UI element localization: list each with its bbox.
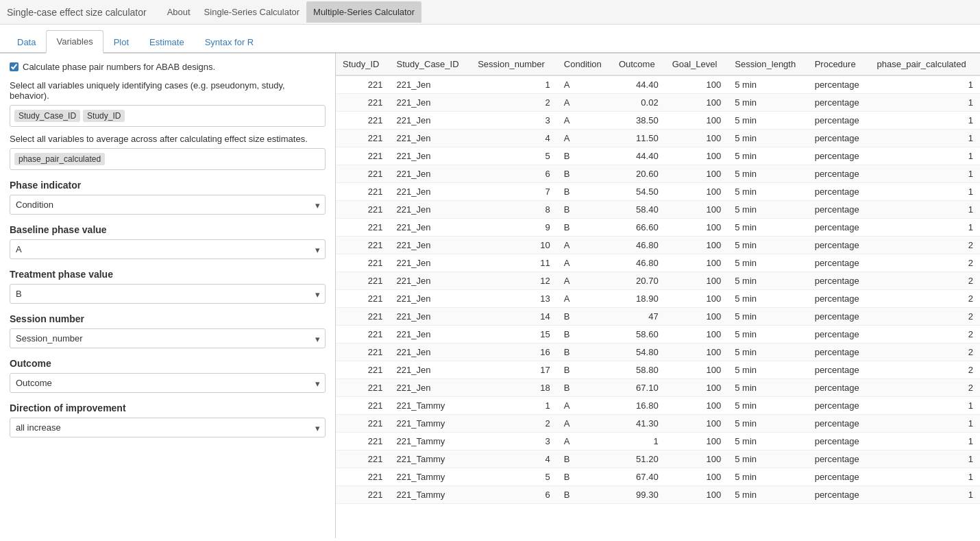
table-cell: 1 (870, 468, 980, 486)
tab-data[interactable]: Data (7, 31, 46, 53)
table-cell: 20.60 (612, 165, 665, 183)
table-cell: A (557, 272, 612, 290)
direction-wrapper[interactable]: all increase all decrease (10, 418, 326, 437)
table-cell: 0.02 (612, 94, 665, 112)
table-cell: 221 (336, 468, 390, 486)
table-cell: 2 (870, 254, 980, 272)
tab-syntax-r[interactable]: Syntax for R (195, 31, 265, 53)
table-cell: percentage (808, 219, 870, 237)
table-cell: 221_Jen (390, 165, 471, 183)
table-cell: 44.40 (612, 147, 665, 165)
table-cell: 221_Jen (390, 147, 471, 165)
table-cell: 58.80 (612, 361, 665, 379)
nav-multiple-series[interactable]: Multiple-Series Calculator (306, 1, 421, 23)
table-cell: 221_Tammy (390, 468, 471, 486)
table-cell: B (557, 326, 612, 344)
tab-variables[interactable]: Variables (46, 30, 103, 53)
table-cell: 221_Jen (390, 201, 471, 219)
table-cell: 5 min (728, 433, 807, 450)
average-input[interactable]: phase_pair_calculated (10, 148, 326, 170)
table-cell: B (557, 486, 612, 504)
table-cell: 2 (870, 272, 980, 290)
phase-indicator-select[interactable]: Condition (10, 195, 326, 215)
table-cell: 5 min (728, 130, 807, 147)
abab-checkbox[interactable] (10, 62, 19, 71)
outcome-wrapper[interactable]: Outcome (10, 373, 326, 393)
table-cell: 1 (612, 433, 665, 450)
table-cell: 16 (471, 344, 557, 361)
table-cell: 2 (870, 326, 980, 344)
table-cell: 5 min (728, 468, 807, 486)
average-tag-0: phase_pair_calculated (14, 153, 105, 165)
table-cell: percentage (808, 94, 870, 112)
table-cell: percentage (808, 361, 870, 379)
table-cell: 2 (870, 361, 980, 379)
table-cell: 100 (665, 468, 728, 486)
table-cell: 8 (471, 201, 557, 219)
table-cell: percentage (808, 450, 870, 468)
table-cell: 5 min (728, 415, 807, 433)
baseline-phase-label: Baseline phase value (10, 224, 326, 235)
table-cell: 100 (665, 326, 728, 344)
table-cell: percentage (808, 237, 870, 254)
table-cell: A (557, 112, 612, 130)
table-cell: B (557, 219, 612, 237)
table-cell: 58.60 (612, 326, 665, 344)
table-cell: percentage (808, 272, 870, 290)
phase-indicator-wrapper[interactable]: Condition (10, 195, 326, 215)
table-cell: 1 (870, 112, 980, 130)
table-cell: 221_Tammy (390, 415, 471, 433)
table-cell: A (557, 94, 612, 112)
session-number-wrapper[interactable]: Session_number (10, 328, 326, 348)
table-cell: percentage (808, 344, 870, 361)
table-cell: 221 (336, 326, 390, 344)
table-cell: B (557, 147, 612, 165)
table-cell: 221_Jen (390, 379, 471, 397)
table-cell: 100 (665, 130, 728, 147)
table-cell: percentage (808, 308, 870, 326)
session-number-select[interactable]: Session_number (10, 328, 326, 348)
table-cell: 14 (471, 308, 557, 326)
table-cell: 15 (471, 326, 557, 344)
table-cell: B (557, 361, 612, 379)
col-procedure: Procedure (808, 53, 870, 75)
app-title: Single-case effect size calculator (7, 7, 147, 18)
table-cell: 100 (665, 433, 728, 450)
tab-estimate[interactable]: Estimate (139, 31, 195, 53)
table-cell: percentage (808, 415, 870, 433)
baseline-phase-wrapper[interactable]: A B (10, 239, 326, 259)
treatment-phase-wrapper[interactable]: A B (10, 284, 326, 304)
outcome-select[interactable]: Outcome (10, 373, 326, 393)
case-id-tag-0: Study_Case_ID (14, 110, 80, 122)
table-cell: 1 (870, 94, 980, 112)
table-cell: 100 (665, 201, 728, 219)
table-cell: percentage (808, 468, 870, 486)
table-cell: 221_Tammy (390, 450, 471, 468)
table-header-row: Study_ID Study_Case_ID Session_number Co… (336, 53, 980, 75)
table-cell: percentage (808, 486, 870, 504)
baseline-phase-select[interactable]: A B (10, 239, 326, 259)
table-cell: B (557, 183, 612, 201)
table-row: 221221_Jen13A18.901005 minpercentage2 (336, 290, 980, 308)
direction-select[interactable]: all increase all decrease (10, 418, 326, 437)
table-cell: 100 (665, 379, 728, 397)
table-cell: 100 (665, 450, 728, 468)
col-study-id: Study_ID (336, 53, 390, 75)
table-cell: 221_Jen (390, 290, 471, 308)
nav-single-series[interactable]: Single-Series Calculator (197, 1, 306, 23)
table-cell: 221_Jen (390, 130, 471, 147)
table-cell: 5 min (728, 147, 807, 165)
left-panel: Calculate phase pair numbers for ABAB de… (0, 53, 336, 538)
case-id-input[interactable]: Study_Case_ID Study_ID (10, 105, 326, 127)
table-cell: 2 (870, 237, 980, 254)
table-cell: 221 (336, 433, 390, 450)
table-cell: 5 min (728, 272, 807, 290)
table-cell: 1 (471, 397, 557, 415)
treatment-phase-select[interactable]: A B (10, 284, 326, 304)
table-cell: 221 (336, 379, 390, 397)
table-cell: 66.60 (612, 219, 665, 237)
nav-about[interactable]: About (160, 1, 197, 23)
tab-plot[interactable]: Plot (103, 31, 139, 53)
table-cell: 4 (471, 450, 557, 468)
table-cell: A (557, 254, 612, 272)
